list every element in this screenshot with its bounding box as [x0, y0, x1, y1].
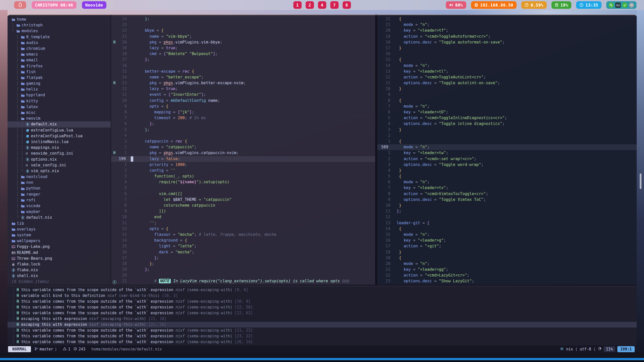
editor-right-pane[interactable]: 22 { 21 mode = "n"; 20 key = "<leader>tf…: [377, 15, 637, 285]
diagnostic-row[interactable]: │ H escaping this with expression nixf (…: [8, 316, 637, 322]
tree-item[interactable]: system: [8, 232, 111, 238]
tree-item[interactable]: shell.nix: [8, 273, 111, 279]
diagnostic-row[interactable]: │ H this variable comes from the scope o…: [8, 310, 637, 316]
code-line[interactable]: 5: [111, 185, 375, 191]
diagnostic-row[interactable]: │ H this variable comes from the scope o…: [8, 287, 637, 293]
tree-item[interactable]: │ waybar: [8, 209, 111, 215]
diagnostic-row[interactable]: │ H this variable comes from the scope o…: [8, 333, 637, 339]
tree-item[interactable]: Three-Bears.png: [8, 256, 111, 261]
code-line[interactable]: 12 opts = {: [111, 226, 375, 232]
code-line[interactable]: 18 };: [111, 261, 375, 267]
tree-item[interactable]: │ firefox: [8, 63, 111, 69]
code-line[interactable]: 19 lazy = true;: [111, 45, 375, 51]
tree-item[interactable]: home: [8, 17, 111, 22]
workspace-button[interactable]: 2: [306, 1, 314, 9]
code-line[interactable]: 11 event = ["InsertEnter"];: [111, 92, 375, 98]
tree-item[interactable]: └ modules: [8, 28, 111, 34]
tree-item[interactable]: │ nextcloud: [8, 174, 111, 180]
code-line[interactable]: 4 options.desc = "Toggle inline diagnost…: [377, 121, 637, 127]
code-line[interactable]: 6 vim.cmd([[: [111, 191, 375, 197]
code-line[interactable]: 10 }: [377, 86, 637, 92]
diagnostic-row[interactable]: │ H escaping this with expression nixf (…: [8, 322, 637, 328]
code-line[interactable]: 589 mode = "n";: [377, 144, 637, 150]
code-line[interactable]: H1 pkg = pkgs.vimPlugins.catppuccin-nvim…: [111, 150, 375, 156]
tree-item[interactable]: (9 hidden items): [8, 279, 111, 285]
tree-item[interactable]: │ chromium: [8, 46, 111, 52]
tree-item[interactable]: │ kitty: [8, 98, 111, 104]
tree-item[interactable]: README.md: [8, 250, 111, 256]
code-line[interactable]: 17 }: [377, 45, 637, 51]
code-line[interactable]: 16 dark = "mocha";: [111, 249, 375, 255]
code-line[interactable]: 3 function(_, opts): [111, 173, 375, 179]
check-icon[interactable]: [622, 3, 627, 8]
spotify-icon[interactable]: [629, 3, 634, 8]
code-line[interactable]: 21 mode = "n";: [377, 22, 637, 28]
code-line[interactable]: 3 options.desc = "Toggle word-wrap";: [377, 162, 637, 168]
code-line[interactable]: 12: [377, 214, 637, 220]
code-line[interactable]: 14 name = "better_escape";: [111, 74, 375, 80]
code-line[interactable]: 2 action = "<cmd>:set wrap!<cr>";: [377, 156, 637, 162]
diagnostic-row[interactable]: │ H this variable comes from the scope o…: [8, 299, 637, 304]
code-line[interactable]: 20 mode = "n";: [377, 261, 637, 267]
code-line[interactable]: 15 light = "latte";: [111, 243, 375, 249]
code-line[interactable]: 9 options.desc = "Toggle Vimtex ToC";: [377, 197, 637, 203]
tree-item[interactable]: │ ranger: [8, 192, 111, 197]
tree-item[interactable]: │ │ extraConfigLua.lua: [8, 127, 111, 133]
tree-item[interactable]: │ email: [8, 57, 111, 63]
code-line[interactable]: 8 action = "<cmd>VimtexTocToggle<cr>";: [377, 191, 637, 197]
diagnostic-row[interactable]: │ H this variable comes from the scope o…: [8, 339, 637, 345]
code-line[interactable]: 18 cmd = ["Bdelete" "Bwipeout"];: [111, 51, 375, 57]
code-line[interactable]: 19 {: [377, 255, 637, 261]
tree-item[interactable]: │ │ ⚙neovide_config.ini: [8, 151, 111, 156]
code-line[interactable]: 12 lazy = true;: [111, 86, 375, 92]
workspace-button[interactable]: 4: [318, 1, 326, 9]
code-line[interactable]: 15 mode = "n";: [377, 232, 637, 238]
code-line[interactable]: 20 key = "<leader>tf";: [377, 28, 637, 33]
tree-item[interactable]: wallpapers: [8, 238, 111, 244]
code-line[interactable]: 5 {: [377, 173, 637, 179]
code-line[interactable]: 6 key = "<leader>tD";: [377, 109, 637, 115]
tree-item[interactable]: │ audio: [8, 40, 111, 46]
code-line[interactable]: 2: [377, 133, 637, 139]
code-line[interactable]: 19 action = "<cmd>ToggleAutoformat<cr>";: [377, 34, 637, 39]
code-line[interactable]: 10 end: [111, 214, 375, 220]
code-line[interactable]: 17 };: [111, 57, 375, 63]
tree-item[interactable]: │ flatpak: [8, 75, 111, 81]
code-line[interactable]: 3 }: [377, 127, 637, 133]
code-line[interactable]: 9 opts = {: [111, 104, 375, 109]
tree-item[interactable]: │ │ extraConfigLuaPost.lua: [8, 133, 111, 139]
code-line[interactable]: 17 };: [111, 255, 375, 261]
keyboard-icon[interactable]: [615, 3, 621, 8]
tree-item[interactable]: │ 0_template: [8, 34, 111, 40]
code-line[interactable]: 1 priority = 1000;: [111, 162, 375, 168]
code-line[interactable]: 11 options.desc = "Toggle autolint-on-sa…: [377, 80, 637, 86]
tree-item[interactable]: │ vscode: [8, 203, 111, 209]
code-line[interactable]: 11 '';: [111, 220, 375, 226]
code-line[interactable]: 4: [111, 133, 375, 139]
code-line[interactable]: 24 };: [111, 16, 375, 22]
tree-item[interactable]: │ emacs: [8, 52, 111, 57]
code-line[interactable]: 12 action = "<cmd>ToggleAutoLint<cr>";: [377, 74, 637, 80]
code-line[interactable]: 23 options.desc = "Show LazyGit";: [377, 278, 637, 284]
code-line[interactable]: 7 let $BAT_THEME = "catppuccin": [111, 197, 375, 203]
tree-item[interactable]: │ helix: [8, 86, 111, 92]
diagnostic-row[interactable]: │ H this variable comes from the scope o…: [8, 304, 637, 310]
workspace-button[interactable]: 1: [293, 1, 302, 9]
tree-item[interactable]: │ latex: [8, 104, 111, 110]
code-line[interactable]: 13 key = "<leader>tl";: [377, 69, 637, 74]
tree-item[interactable]: flake.lock: [8, 261, 111, 267]
code-line[interactable]: 11 ];: [377, 208, 637, 214]
code-line[interactable]: 1 {: [377, 139, 637, 144]
code-line[interactable]: H13 pkg = pkgs.vimPlugins.better-escape-…: [111, 80, 375, 86]
code-line[interactable]: 5 action = "<cmd>ToggleInlineDiagnostics…: [377, 115, 637, 121]
tree-item[interactable]: overlays: [8, 227, 111, 232]
code-line[interactable]: 16 key = "<leader>g";: [377, 238, 637, 243]
tree-item[interactable]: │ │ options.nix: [8, 157, 111, 162]
tree-item[interactable]: │ nnn: [8, 180, 111, 186]
code-line[interactable]: 7 timeout = 200; # In ms: [111, 115, 375, 121]
code-line[interactable]: 14 mode = "n";: [377, 63, 637, 69]
diagnostic-row[interactable]: │ H variable will bind to this definitio…: [8, 293, 637, 299]
code-line[interactable]: 6 };: [111, 121, 375, 127]
tree-item[interactable]: │ gaming: [8, 81, 111, 86]
code-line[interactable]: 22 bbye = {: [111, 28, 375, 33]
